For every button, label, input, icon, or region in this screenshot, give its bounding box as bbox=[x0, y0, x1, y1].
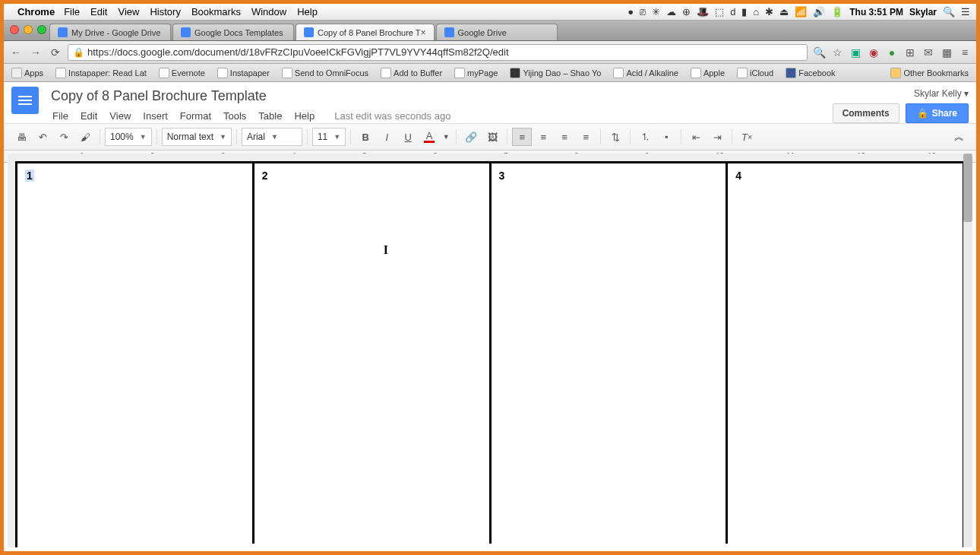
spotlight-icon[interactable]: 🔍 bbox=[943, 6, 955, 17]
italic-button[interactable]: I bbox=[377, 128, 397, 146]
apps-button[interactable]: Apps bbox=[8, 66, 46, 80]
mac-menu-edit[interactable]: Edit bbox=[90, 6, 107, 17]
align-justify-button[interactable]: ≡ bbox=[576, 128, 596, 146]
docs-menu-help[interactable]: Help bbox=[289, 109, 319, 123]
reload-button[interactable]: ⟳ bbox=[48, 45, 63, 60]
numbered-list-button[interactable]: ⒈ bbox=[635, 128, 655, 146]
align-center-button[interactable]: ≡ bbox=[533, 128, 553, 146]
notification-center-icon[interactable]: ☰ bbox=[961, 6, 970, 17]
docs-logo-icon[interactable] bbox=[11, 87, 39, 114]
bookmark-item[interactable]: Facebook bbox=[782, 66, 838, 80]
bluetooth-icon[interactable]: ✱ bbox=[765, 6, 773, 17]
page[interactable]: 1 2I 3 4 bbox=[15, 161, 965, 547]
text-color-dropdown[interactable]: ▼ bbox=[441, 128, 451, 146]
bookmark-item[interactable]: iCloud bbox=[734, 66, 776, 80]
align-right-button[interactable]: ≡ bbox=[555, 128, 574, 146]
paint-format-button[interactable]: 🖌 bbox=[75, 128, 95, 146]
mac-menu-file[interactable]: File bbox=[64, 6, 80, 17]
browser-tab[interactable]: My Drive - Google Drive bbox=[49, 24, 171, 40]
extension-icon[interactable]: ▦ bbox=[940, 46, 953, 59]
zoom-icon[interactable]: 🔍 bbox=[812, 46, 826, 59]
minimize-window-button[interactable] bbox=[24, 25, 33, 34]
bookmark-item[interactable]: Apple bbox=[688, 66, 728, 80]
last-edit-label[interactable]: Last edit was seconds ago bbox=[330, 109, 455, 123]
mac-menu-history[interactable]: History bbox=[150, 6, 180, 17]
align-left-button[interactable]: ≡ bbox=[512, 128, 532, 146]
bookmark-item[interactable]: myPage bbox=[451, 66, 501, 80]
status-icon[interactable]: ☁ bbox=[666, 6, 676, 17]
bookmark-item[interactable]: Yijing Dao – Shao Yo bbox=[507, 66, 604, 80]
docs-menu-tools[interactable]: Tools bbox=[219, 109, 251, 123]
docs-menu-edit[interactable]: Edit bbox=[76, 109, 102, 123]
comments-button[interactable]: Comments bbox=[833, 103, 899, 123]
extension-icon[interactable]: ◉ bbox=[867, 46, 880, 59]
status-icon[interactable]: ✳ bbox=[652, 6, 660, 17]
other-bookmarks[interactable]: Other Bookmarks bbox=[887, 66, 972, 80]
insert-image-button[interactable]: 🖼 bbox=[482, 128, 502, 146]
bookmark-item[interactable]: Add to Buffer bbox=[378, 66, 445, 80]
font-select[interactable]: Arial▼ bbox=[242, 128, 302, 146]
text-color-button[interactable]: A bbox=[419, 128, 439, 146]
bookmark-item[interactable]: Acid / Alkaline bbox=[610, 66, 681, 80]
status-icon[interactable]: ⌂ bbox=[753, 6, 759, 17]
extension-icon[interactable]: ▣ bbox=[849, 46, 862, 59]
browser-tab[interactable]: Google Docs Templates bbox=[172, 24, 294, 40]
mac-menu-view[interactable]: View bbox=[118, 6, 139, 17]
print-button[interactable]: 🖶 bbox=[11, 128, 31, 146]
clock[interactable]: Thu 3:51 PM bbox=[849, 7, 903, 17]
bookmark-item[interactable]: Instapaper bbox=[214, 66, 273, 80]
collapse-toolbar-button[interactable]: ︽ bbox=[949, 128, 969, 146]
extension-icon[interactable]: ● bbox=[885, 46, 899, 59]
redo-button[interactable]: ↷ bbox=[54, 128, 74, 146]
docs-menu-insert[interactable]: Insert bbox=[138, 109, 172, 123]
mac-menu-bookmarks[interactable]: Bookmarks bbox=[191, 6, 241, 17]
app-name[interactable]: Chrome bbox=[17, 6, 55, 17]
status-icon[interactable]: ▮ bbox=[741, 6, 747, 17]
wifi-icon[interactable]: ⏏ bbox=[779, 6, 789, 17]
mac-menu-window[interactable]: Window bbox=[251, 6, 286, 17]
brochure-panel-2[interactable]: 2I bbox=[254, 163, 492, 544]
back-button[interactable]: ← bbox=[8, 45, 24, 60]
zoom-window-button[interactable] bbox=[37, 25, 46, 34]
status-icon[interactable]: d bbox=[730, 6, 735, 17]
bookmark-item[interactable]: Instapaper: Read Lat bbox=[52, 66, 150, 80]
browser-tab[interactable]: Google Drive bbox=[436, 24, 558, 40]
bookmark-item[interactable]: Evernote bbox=[156, 66, 208, 80]
battery-icon[interactable]: 🔊 bbox=[813, 6, 825, 17]
line-spacing-button[interactable]: ⇅ bbox=[605, 128, 625, 146]
extension-icon[interactable]: ✉ bbox=[922, 46, 935, 59]
document-canvas[interactable]: 1 2I 3 4 bbox=[8, 154, 972, 547]
bulleted-list-button[interactable]: • bbox=[656, 128, 676, 146]
share-button[interactable]: 🔒Share bbox=[906, 103, 969, 123]
star-icon[interactable]: ☆ bbox=[830, 46, 844, 59]
close-window-button[interactable] bbox=[10, 25, 19, 34]
mac-menu-help[interactable]: Help bbox=[297, 6, 318, 17]
clear-formatting-button[interactable]: T× bbox=[737, 128, 757, 146]
insert-link-button[interactable]: 🔗 bbox=[461, 128, 481, 146]
vertical-scrollbar[interactable] bbox=[963, 154, 972, 547]
chrome-menu-icon[interactable]: ≡ bbox=[958, 46, 972, 59]
docs-menu-table[interactable]: Table bbox=[254, 109, 286, 123]
decrease-indent-button[interactable]: ⇤ bbox=[686, 128, 706, 146]
status-icon[interactable]: ⊕ bbox=[682, 6, 691, 17]
brochure-panel-3[interactable]: 3 bbox=[492, 163, 729, 544]
input-source-icon[interactable]: 🔋 bbox=[831, 6, 843, 17]
increase-indent-button[interactable]: ⇥ bbox=[707, 128, 727, 146]
underline-button[interactable]: U bbox=[398, 128, 418, 146]
brochure-panel-4[interactable]: 4 bbox=[728, 163, 963, 544]
extension-icon[interactable]: ⊞ bbox=[903, 46, 917, 59]
brochure-panel-1[interactable]: 1 bbox=[17, 163, 254, 544]
user-menu[interactable]: Skylar bbox=[909, 7, 937, 17]
status-icon[interactable]: ⎚ bbox=[640, 6, 646, 17]
zoom-select[interactable]: 100%▼ bbox=[105, 128, 152, 146]
browser-tab-active[interactable]: Copy of 8 Panel Brochure T× bbox=[296, 24, 435, 40]
forward-button[interactable]: → bbox=[28, 45, 43, 60]
status-icon[interactable]: ⬚ bbox=[715, 6, 724, 17]
docs-menu-format[interactable]: Format bbox=[175, 109, 216, 123]
omnibox[interactable]: 🔒 https://docs.google.com/document/d/18v… bbox=[68, 44, 808, 61]
document-title[interactable]: Copy of 8 Panel Brochure Template bbox=[48, 87, 833, 106]
bookmark-item[interactable]: Send to OmniFocus bbox=[279, 66, 371, 80]
scrollbar-thumb[interactable] bbox=[963, 154, 972, 222]
close-tab-icon[interactable]: × bbox=[421, 27, 426, 38]
status-icon[interactable]: 🎩 bbox=[697, 6, 709, 17]
